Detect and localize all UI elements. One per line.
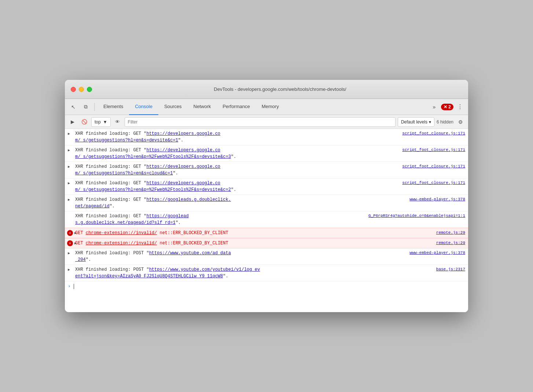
device-toggle-button[interactable]: ⧉ [80,102,91,112]
traffic-lights [71,87,92,92]
entry-source[interactable]: script_foot_closure.js:171 [402,130,465,137]
devtools-window: DevTools - developers.google.com/web/too… [65,80,468,312]
error-message: net::ERR_BLOCKED_BY_CLIENT [159,230,228,236]
entry-expand-arrow[interactable]: ▶ [74,241,77,246]
error-method: GET [75,230,86,236]
entry-text: XHR finished loading: GET "https://devel… [75,147,399,160]
clear-console-button[interactable]: 🚫 [80,118,89,126]
maximize-button[interactable] [87,87,92,92]
titlebar: DevTools - developers.google.com/web/too… [65,80,468,99]
inspect-icon: ↖ [71,104,76,110]
console-cursor [74,284,77,289]
more-tabs-button[interactable]: » [429,102,440,112]
entry-expand-arrow[interactable]: ▶ [68,148,70,153]
error-count: 2 [448,104,451,110]
prompt-arrow-icon: › [68,284,71,289]
entry-expand-arrow[interactable]: ▶ [68,197,70,203]
entry-source[interactable]: script_foot_closure.js:171 [402,180,465,186]
entry-link[interactable]: https://googleads.g.doubleclick.net/page… [75,214,189,225]
error-circle-icon: ✕ [67,230,73,236]
entry-text: GET chrome-extension://invalid/ net::ERR… [75,230,433,236]
context-selector[interactable]: top ▼ [91,117,111,127]
console-content: ▶ XHR finished loading: GET "https://dev… [65,129,468,312]
toolbar-divider [94,103,95,111]
entry-source[interactable]: script_foot_closure.js:171 [402,163,465,170]
entry-text: XHR finished loading: POST "https://www.… [75,266,433,280]
entry-expand-arrow[interactable]: ▶ [68,164,70,170]
live-expressions-button[interactable]: 👁 [113,118,122,126]
tab-network[interactable]: Network [188,99,217,115]
entry-source[interactable]: remote.js:29 [436,240,465,246]
entry-link[interactable]: https://developers.google.com/_s/getsugg… [75,148,231,159]
error-icon: ✕ [444,104,447,110]
entry-source[interactable]: www-embed-player.js:378 [409,250,465,256]
console-entry: ▶ XHR finished loading: GET "https://dev… [65,129,468,145]
entry-link[interactable]: https://developers.google.com/_s/getsugg… [75,181,231,192]
console-entry-error: ✕ ▶ GET chrome-extension://invalid/ net:… [65,238,468,248]
main-toolbar: ↖ ⧉ Elements Console Sources Network Per… [65,99,468,115]
console-toolbar: ▶ 🚫 top ▼ 👁 Default levels ▾ 6 hidden ⚙ [65,115,468,129]
more-tabs-icon: » [433,104,435,110]
tab-performance[interactable]: Performance [217,99,256,115]
entry-source[interactable]: www-embed-player.js:378 [409,196,465,203]
run-script-button[interactable]: ▶ [68,118,77,126]
entry-link[interactable]: https://googleads.g.doubleclick.net/page… [75,197,231,209]
entry-link[interactable]: chrome-extension://invalid/ [86,230,157,236]
entry-text: XHR finished loading: POST "https://www.… [75,250,407,263]
entry-expand-arrow[interactable]: ▶ [68,251,70,256]
tab-console[interactable]: Console [129,99,158,115]
entry-source[interactable]: base.js:2317 [436,266,465,273]
console-prompt[interactable]: › [65,281,468,291]
entry-text: XHR finished loading: GET "https://devel… [75,180,399,193]
console-settings-button[interactable]: ⚙ [456,118,465,126]
tab-elements[interactable]: Elements [98,99,129,115]
entry-text: XHR finished loading: GET "https://googl… [75,213,365,226]
entry-expand-arrow[interactable]: ▶ [68,267,70,273]
devtools-menu-button[interactable]: ⋮ [455,102,465,112]
clear-icon: 🚫 [81,119,87,125]
entry-expand-arrow[interactable]: ▶ [68,131,70,137]
console-filter-input[interactable] [125,117,396,127]
entry-expand-arrow[interactable]: ▶ [74,230,77,236]
toolbar-right: » ✕ 2 ⋮ [429,102,465,112]
minimize-button[interactable] [79,87,84,92]
error-entry-icon: ✕ [67,230,73,236]
inspect-element-button[interactable]: ↖ [68,102,79,112]
console-entry-error: ✕ ▶ GET chrome-extension://invalid/ net:… [65,228,468,238]
window-title: DevTools - developers.google.com/web/too… [98,86,462,92]
console-entry: ▶ XHR finished loading: GET "https://dev… [65,178,468,195]
error-message: net::ERR_BLOCKED_BY_CLIENT [159,241,228,246]
context-value: top [95,119,101,125]
entry-link[interactable]: https://developers.google.com/_s/getsugg… [75,164,220,176]
device-icon: ⧉ [84,104,88,110]
tab-sources[interactable]: Sources [158,99,188,115]
error-circle-icon: ✕ [67,240,73,246]
console-entry: ▶ XHR finished loading: GET "https://goo… [65,195,468,211]
devtools-tabs: Elements Console Sources Network Perform… [98,99,427,115]
hidden-count: 6 hidden [437,119,453,125]
close-button[interactable] [71,87,76,92]
entry-source[interactable]: remote.js:29 [436,230,465,236]
entry-text: GET chrome-extension://invalid/ net::ERR… [75,240,433,247]
entry-expand-arrow[interactable]: ▶ [68,181,70,186]
entry-link[interactable]: chrome-extension://invalid/ [86,241,157,246]
levels-arrow-icon: ▾ [429,119,431,125]
entry-source[interactable]: G_P6rpRSr4g?autohide…o=0&enablejsapi=1:1 [368,213,465,219]
error-badge[interactable]: ✕ 2 [441,104,453,110]
run-icon: ▶ [71,119,74,125]
levels-label: Default levels [401,119,427,125]
eye-icon: 👁 [115,119,120,125]
console-entry: ▶ XHR finished loading: POST "https://ww… [65,265,468,281]
console-entry: ▶ XHR finished loading: GET "https://dev… [65,145,468,162]
entry-text: XHR finished loading: GET "https://devel… [75,163,399,177]
error-method: GET [75,241,86,246]
log-levels-button[interactable]: Default levels ▾ [398,117,434,127]
entry-link[interactable]: https://developers.google.com/_s/getsugg… [75,131,220,143]
error-entry-icon: ✕ [67,240,73,246]
tab-memory[interactable]: Memory [256,99,285,115]
entry-text: XHR finished loading: GET "https://devel… [75,130,399,144]
entry-link[interactable]: https://www.youtube.com/ad_data_204 [75,251,231,262]
entry-link[interactable]: https://www.youtube.com/youtubei/v1/log_… [75,267,260,279]
console-entry: ▶ XHR finished loading: GET "https://dev… [65,162,468,178]
entry-source[interactable]: script_foot_closure.js:171 [402,147,465,153]
